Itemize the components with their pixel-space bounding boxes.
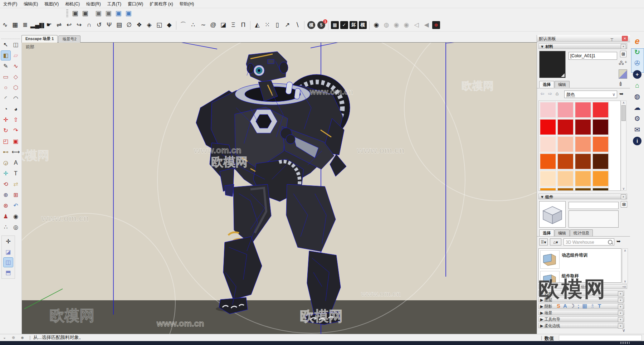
components-home-button[interactable]: ⌂▾ xyxy=(550,238,561,246)
section-close-icon[interactable]: × xyxy=(618,311,623,316)
palette-drag-handle[interactable] xyxy=(1,36,20,39)
compass-nav-tool[interactable]: ✛ xyxy=(4,237,13,246)
menu-编辑E[interactable]: 编辑(E) xyxy=(20,0,41,8)
material-name-input[interactable] xyxy=(569,52,617,60)
scroll-right-icon[interactable]: ⇨ xyxy=(623,284,626,289)
materials-tab-编辑[interactable]: 编辑 xyxy=(555,81,570,88)
panel-scroll-strip[interactable]: ⇦ 组件 ⇨ xyxy=(538,284,627,289)
panel-tool-icon[interactable]: ▯ xyxy=(273,20,282,30)
collapsed-section-阴影[interactable]: ▶ 阴影× xyxy=(538,303,624,309)
components-tab-编辑[interactable]: 编辑 xyxy=(555,229,570,236)
loop-tool-icon[interactable]: ↺ xyxy=(94,20,104,30)
om-history-button-icon[interactable]: 51 xyxy=(317,21,325,29)
component-preview[interactable] xyxy=(539,201,566,228)
scroll-up-icon[interactable]: ∧ xyxy=(621,101,626,105)
add-circle-icon[interactable]: + xyxy=(633,70,641,79)
color-swatch[interactable] xyxy=(540,136,556,152)
measurements-input[interactable] xyxy=(559,335,642,341)
curve-in-tool-icon[interactable]: ↩ xyxy=(64,20,74,30)
color-swatch[interactable] xyxy=(592,119,609,135)
collapsed-section-场景[interactable]: ▶ 场景× xyxy=(538,310,624,315)
panel-title-bar[interactable]: 默认面板 ⊤ ✕ xyxy=(537,35,630,42)
zoom-window-tool[interactable]: ⊞ xyxy=(11,190,20,200)
select-tool[interactable]: ↖ xyxy=(1,40,10,49)
fan-tool-icon[interactable]: Ξ xyxy=(229,20,238,30)
columns-tool-icon[interactable]: Π xyxy=(239,20,248,30)
text-tool[interactable]: A xyxy=(11,158,20,167)
double-line-tool-icon[interactable]: ⇌ xyxy=(54,20,64,30)
move-tool[interactable]: ✛ xyxy=(1,115,10,125)
component-list-scrollbar[interactable]: ∧ ∨ xyxy=(622,248,628,283)
menu-窗口W[interactable]: 窗口(W) xyxy=(125,0,146,8)
sample-paint-swatch[interactable] xyxy=(619,69,627,79)
follow-me-tool[interactable]: ↷ xyxy=(11,126,20,135)
zigzag-tool-icon[interactable]: ∿ xyxy=(0,20,10,30)
forward-arrow-icon[interactable]: ⇨ xyxy=(547,91,553,97)
protractor-tool[interactable]: ◶ xyxy=(1,158,10,167)
broom-tool-icon[interactable]: ∖ xyxy=(293,20,302,30)
export-model-1-icon[interactable]: ▣ xyxy=(94,9,103,18)
mirror-tool-icon[interactable]: ◭ xyxy=(253,20,262,30)
menu-扩展程序x[interactable]: 扩展程序 (x) xyxy=(146,0,176,8)
cone-filled-button-icon[interactable]: ◀ xyxy=(422,20,431,30)
menu-工具T[interactable]: 工具(T) xyxy=(104,0,125,8)
pan-tool[interactable]: ⇄ xyxy=(11,180,20,189)
color-swatch[interactable] xyxy=(557,171,574,186)
cloud-upload-icon[interactable]: ☁ xyxy=(632,103,643,113)
rotate-tool[interactable]: ↻ xyxy=(1,126,10,135)
rotated-rectangle-tool[interactable]: ◇ xyxy=(11,72,20,82)
color-swatch[interactable] xyxy=(557,136,574,152)
color-swatch[interactable] xyxy=(557,119,574,135)
previous-view-tool[interactable]: ↶ xyxy=(11,201,20,210)
color-swatch[interactable] xyxy=(575,171,591,186)
paint-bucket-tool[interactable]: ◧ xyxy=(1,51,10,60)
info-circle-icon[interactable]: i xyxy=(633,137,641,145)
color-swatch[interactable] xyxy=(557,154,574,169)
color-swatch[interactable] xyxy=(540,119,556,135)
components-close-icon[interactable]: × xyxy=(621,194,626,199)
om-grid-button-icon[interactable]: ▦ xyxy=(331,21,339,29)
materials-tab-选择[interactable]: 选择 xyxy=(539,81,554,88)
section-close-icon[interactable]: × xyxy=(618,291,623,296)
globe-icon[interactable]: ◍ xyxy=(632,92,643,102)
enscape-logo-icon[interactable]: e xyxy=(632,36,643,46)
color-swatch[interactable] xyxy=(575,188,591,191)
menu-视图V[interactable]: 视图(V) xyxy=(41,0,62,8)
arc-tool[interactable]: ◜ xyxy=(1,94,10,103)
position-camera-tool[interactable]: ♟ xyxy=(1,212,10,221)
color-swatch[interactable] xyxy=(540,154,556,169)
scroll-left-icon[interactable]: ⇦ xyxy=(540,284,543,289)
arch-tool-icon[interactable]: ∩ xyxy=(84,20,94,30)
spiral-tool-icon[interactable]: @ xyxy=(209,20,218,30)
color-swatch[interactable] xyxy=(540,171,556,186)
color-swatch[interactable] xyxy=(575,119,591,135)
diamonds-tool-icon[interactable]: ❖ xyxy=(135,20,144,30)
scroll-down-icon[interactable]: ∨ xyxy=(623,280,628,283)
section-display-tool[interactable]: ⬒ xyxy=(4,268,13,277)
sync-model-1-icon[interactable]: ▣ xyxy=(114,9,123,18)
sample-eyedropper-icon[interactable]: ✐ xyxy=(617,80,625,88)
section-plane-tool[interactable]: ◪ xyxy=(4,247,13,257)
offset-tool[interactable]: ▣ xyxy=(11,137,20,146)
dimension-tool[interactable]: ⟷ xyxy=(11,147,20,157)
enscape-camera-icon[interactable]: ✇ xyxy=(632,58,643,68)
model-viewport[interactable]: 前部 xyxy=(21,42,537,334)
layers-tool-icon[interactable]: ▤ xyxy=(114,20,124,30)
component-description-field[interactable] xyxy=(569,210,619,228)
component-name-field[interactable] xyxy=(569,202,619,209)
compass-needle-tool-icon[interactable]: ↗ xyxy=(283,20,292,30)
scroll-up-icon[interactable]: ∧ xyxy=(623,249,628,252)
component-list-item[interactable]: 组件取样 xyxy=(539,269,621,283)
drag-hand-tool-icon[interactable]: ☛ xyxy=(44,20,54,30)
materials-detail-button[interactable]: ➥ xyxy=(619,91,624,97)
eraser-tool[interactable]: ▱ xyxy=(11,51,20,60)
materials-close-icon[interactable]: × xyxy=(621,44,626,49)
signin-status-icon[interactable]: ☻ xyxy=(20,335,25,340)
slope-tool-icon[interactable]: ◪ xyxy=(219,20,228,30)
section-cut-tool[interactable]: ◫ xyxy=(4,258,13,267)
diamond-hand-tool-icon[interactable]: ◆ xyxy=(165,20,174,30)
circle-crosshair-tool[interactable]: ◎ xyxy=(11,223,20,232)
polygon-tool[interactable]: ⬡ xyxy=(11,83,20,92)
om-huai-button-icon[interactable]: 坏 xyxy=(350,21,357,29)
export-model-2-icon[interactable]: ▣ xyxy=(104,9,113,18)
